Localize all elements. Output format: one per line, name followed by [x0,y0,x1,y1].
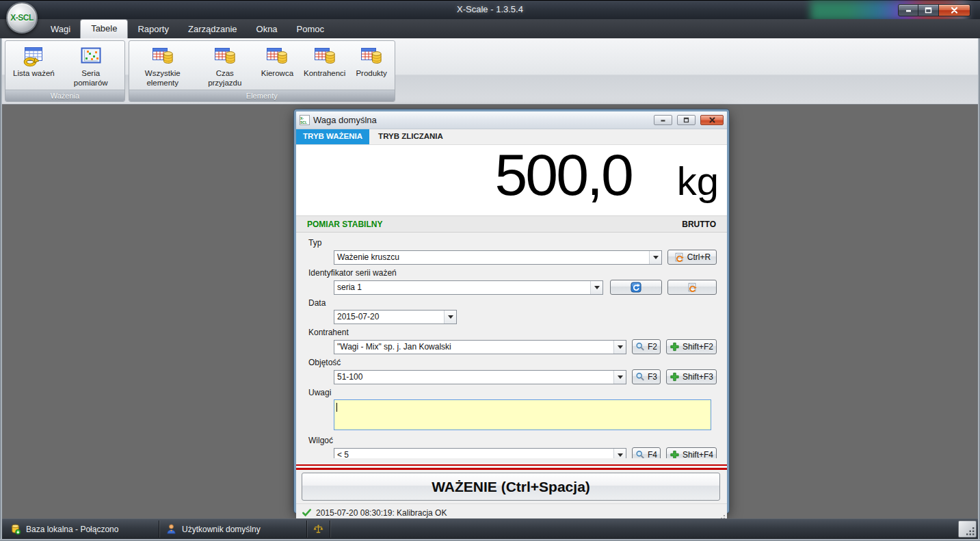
ribbon-group-wazenia: Lista ważeń Seria pomiarów Ważenia [5,40,125,102]
ribbon-button-kierowca[interactable]: Kierowca [257,43,297,90]
reload-document-icon [687,282,698,293]
tab-okna[interactable]: Okna [247,20,287,38]
user-icon [165,523,177,535]
weight-mode: BRUTTO [682,220,716,229]
ribbon: Lista ważeń Seria pomiarów Ważenia [2,38,978,105]
tab-tabele[interactable]: Tabele [80,19,128,38]
typ-label: Typ [308,238,717,248]
find-kontrahent-button[interactable]: F2 [632,339,661,354]
window-border-left [0,38,2,541]
ribbon-button-label: Wszystkie elementy [137,69,189,88]
wazenie-button[interactable]: WAŻENIE (Ctrl+Spacja) [302,473,720,501]
objetosc-label: Objętość [308,358,717,367]
seria-value: seria 1 [334,281,590,294]
find-wilgoc-button[interactable]: F4 [632,447,661,458]
reload-type-button[interactable]: Ctrl+R [667,250,717,265]
reload-series-button[interactable] [667,280,717,295]
plus-icon [670,449,680,458]
tab-pomoc[interactable]: Pomoc [287,20,334,38]
app-logo-button[interactable]: X-SCL [6,2,38,34]
magnifier-icon [635,449,645,458]
ribbon-group-caption: Ważenia [5,90,124,101]
dialog-close-button[interactable] [700,115,724,125]
user-status-text: Użytkownik domyślny [182,525,261,534]
add-kontrahent-button[interactable]: Shift+F2 [666,339,717,354]
table-database-icon [360,45,383,67]
tab-wagi[interactable]: Wagi [41,20,80,38]
ribbon-button-label: Lista ważeń [13,69,55,79]
chevron-down-icon[interactable] [649,251,661,264]
minimize-icon [905,8,912,14]
chevron-down-icon[interactable] [590,281,602,294]
scale-icon [313,523,323,535]
add-objetosc-button[interactable]: Shift+F3 [666,369,717,384]
ribbon-group-elementy: Wszystkie elementy Czas przyjazdu Kierow… [129,40,395,102]
dialog-minimize-button[interactable] [654,115,672,125]
typ-combobox[interactable]: Ważenie kruszcu [334,250,662,265]
status-user: Użytkownik domyślny [159,520,307,538]
table-database-icon [213,45,237,67]
tab-tryb-wazenia[interactable]: TRYB WAŻENIA [296,129,369,144]
ribbon-button-lista-wazen[interactable]: Lista ważeń [9,43,59,90]
ribbon-button-label: Produkty [356,69,386,79]
dialog-maximize-button[interactable] [677,115,696,125]
maximize-icon [683,117,689,123]
objetosc-combobox[interactable]: 51-100 [334,370,626,384]
status-database: Baza lokalna - Połączono [3,520,159,538]
database-connected-icon [10,523,21,535]
window-resize-grip[interactable] [958,520,977,538]
chevron-down-icon[interactable] [613,449,626,459]
add-wilgoc-button[interactable]: Shift+F4 [666,447,717,458]
seria-label: Identyfikator serii ważeń [308,268,717,278]
chevron-down-icon[interactable] [613,341,626,354]
find-objetosc-label: F3 [648,372,657,382]
minimize-button[interactable] [898,4,918,16]
add-objetosc-label: Shift+F3 [683,372,713,382]
ribbon-tab-bar: Wagi Tabele Raporty Zarządzanie Okna Pom… [0,19,980,38]
tab-zarzadzanie[interactable]: Zarządzanie [178,20,247,38]
chevron-down-icon[interactable] [613,371,626,384]
ribbon-button-label: Seria pomiarów [65,69,117,88]
tab-raporty[interactable]: Raporty [128,20,178,38]
reload-type-label: Ctrl+R [687,252,711,262]
ribbon-button-seria-pomiarow[interactable]: Seria pomiarów [61,43,121,90]
dialog-titlebar[interactable]: X-SCL Waga domyślna [296,111,727,129]
find-objetosc-button[interactable]: F3 [632,369,661,384]
plus-icon [670,341,680,352]
window-controls [898,4,970,16]
status-scale [307,520,330,538]
scatter-chart-icon [79,45,103,67]
uwagi-textarea[interactable] [334,399,711,430]
window-titlebar[interactable]: X-Scale - 1.3.5.4 [0,0,980,19]
ribbon-button-czas-przyjazdu[interactable]: Czas przyjazdu [195,43,255,90]
kontrahent-label: Kontrahent [308,328,717,337]
dialog-waga-domyslna: X-SCL Waga domyślna TRYB WAŻENIA TRYB ZL… [294,109,729,513]
data-combobox[interactable]: 2015-07-20 [334,310,457,324]
ribbon-button-produkty[interactable]: Produkty [352,43,390,90]
table-database-icon [265,45,289,67]
measurement-status-strip: POMIAR STABILNY BRUTTO [296,215,727,233]
refresh-series-button[interactable] [610,280,662,295]
check-icon [302,507,312,518]
dialog-title: Waga domyślna [313,115,649,125]
magnifier-icon [635,371,645,382]
weighing-form: Typ Ważenie kruszcu Ctrl+R [296,233,727,458]
maximize-icon [925,7,932,14]
ribbon-button-kontrahenci[interactable]: Kontrahenci [300,43,349,90]
ribbon-button-wszystkie-elementy[interactable]: Wszystkie elementy [133,43,193,90]
dialog-app-icon: X-SCL [300,115,310,125]
kontrahent-combobox[interactable]: "Wagi - Mix" sp. j. Jan Kowalski [334,340,626,354]
uwagi-label: Uwagi [308,388,717,397]
maximize-button[interactable] [918,4,939,16]
ribbon-button-label: Kontrahenci [304,69,345,79]
status-bar: Baza lokalna - Połączono Użytkownik domy… [2,518,978,539]
wilgoc-combobox[interactable]: < 5 [334,448,626,459]
resize-grip-icon [966,527,975,536]
chevron-down-icon[interactable] [444,311,456,324]
workspace: X-SCL Waga domyślna TRYB WAŻENIA TRYB ZL… [2,105,978,518]
window-title: X-Scale - 1.3.5.4 [0,4,980,14]
tab-tryb-zliczania[interactable]: TRYB ZLICZANIA [371,129,450,144]
seria-combobox[interactable]: seria 1 [334,280,603,295]
text-caret [336,403,337,412]
close-button[interactable] [939,4,970,16]
